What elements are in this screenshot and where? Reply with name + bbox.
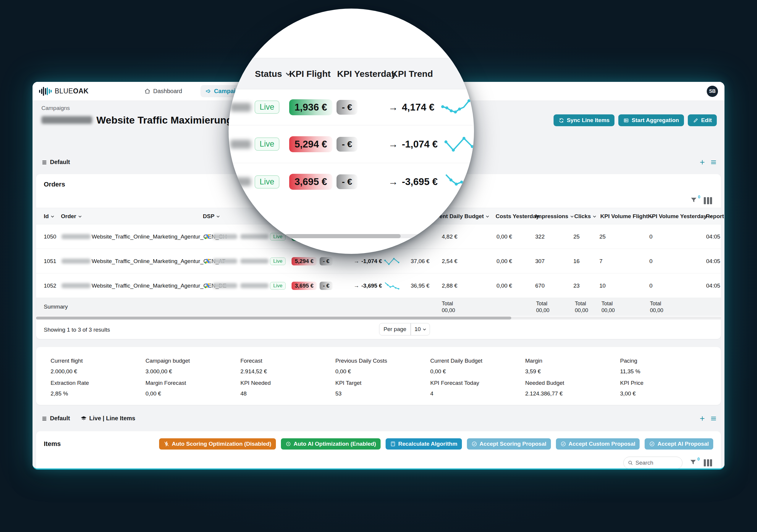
orders-table-tools: 0: [690, 196, 712, 205]
chevron-down-icon: [423, 328, 426, 330]
header-actions: Sync Line Items Start Aggregation Edit: [554, 114, 717, 126]
cell-status: Live: [270, 249, 286, 273]
cell-kpi-volume-yesterday: 0: [650, 249, 652, 273]
stat-column: Pacing 11,35 % KPI Price 3,00 €: [620, 358, 715, 397]
filter-funnel-icon[interactable]: 0: [690, 459, 697, 467]
orders-title: Orders: [44, 181, 65, 188]
user-avatar[interactable]: SB: [707, 86, 718, 97]
stat-label: KPI Target: [335, 380, 430, 386]
stat-value: 2.000,00 €: [50, 368, 145, 375]
items-title: Items: [44, 440, 61, 448]
stat-label: Previous Daily Costs: [335, 358, 430, 364]
add-view-icon[interactable]: [699, 415, 706, 422]
cell-kpi-volume-flight: 7: [599, 249, 603, 273]
logo-text: BLUEOAK: [55, 87, 89, 95]
stat-label: Forecast: [240, 358, 335, 364]
breadcrumb[interactable]: Campaigns: [42, 105, 70, 111]
button-label: Accept Custom Proposal: [569, 441, 635, 447]
stat-value: 0,00 €: [145, 390, 240, 397]
stat-column: Margin 3,59 € Needed Budget 2.124.386,77…: [525, 358, 620, 397]
orders-col-impressions[interactable]: Impressions: [535, 208, 574, 224]
auto-ai-optimization-button[interactable]: Auto AI Optimization (Enabled): [281, 438, 380, 450]
view-list-icon[interactable]: [710, 415, 717, 422]
view-list-icon[interactable]: [710, 159, 717, 165]
items-card: Items Auto Scoring Optimization (Disable…: [36, 431, 721, 470]
cell-impressions: 322: [535, 224, 545, 249]
orders-col-id[interactable]: Id: [44, 208, 54, 224]
orders-col-report[interactable]: Report: [706, 208, 724, 224]
stat-label: Margin Forecast: [145, 380, 240, 386]
blueoak-logo[interactable]: BLUEOAK: [39, 86, 128, 96]
accept-custom-proposal-button[interactable]: Accept Custom Proposal: [556, 438, 640, 450]
accept-scoring-proposal-button[interactable]: Accept Scoring Proposal: [467, 438, 551, 450]
trend-arrow-icon: →: [388, 139, 398, 150]
campaign-stats-card: Current flight 2.000,00 € Extraction Rat…: [36, 347, 721, 405]
add-view-icon[interactable]: [699, 159, 706, 165]
view-tab-default[interactable]: Default: [42, 415, 70, 422]
redacted-order-prefix: [62, 224, 90, 249]
flash-off-icon: [164, 441, 169, 447]
order-row-1051[interactable]: 1051 Website_Traffic_Online_Marketing_Ag…: [36, 249, 721, 273]
button-label: Auto Scoring Optimization (Disabled): [172, 441, 271, 447]
magnified-row: Live 3,695 € - € →-3,695 €: [228, 163, 474, 200]
auto-scoring-optimization-button[interactable]: Auto Scoring Optimization (Disabled): [159, 438, 276, 450]
orders-col-costs-yesterday[interactable]: Costs Yesterday: [496, 208, 539, 224]
items-search[interactable]: [623, 457, 682, 469]
button-label: Auto AI Optimization (Enabled): [294, 441, 376, 447]
horizontal-scrollbar-track[interactable]: [36, 316, 721, 319]
stat-value: 2.914,52 €: [240, 368, 335, 375]
stat-value: 3,59 €: [525, 368, 620, 375]
magnified-table-header: Status KPI Flight KPI Yesterday KPI Tren…: [228, 58, 474, 89]
sync-line-items-button[interactable]: Sync Line Items: [554, 114, 615, 126]
cell-dsp: [204, 224, 268, 249]
cell-id: 1051: [44, 249, 56, 273]
button-label: Sync Line Items: [567, 117, 610, 124]
filter-count-badge: 0: [697, 457, 700, 461]
trend-arrow-icon: →: [388, 176, 398, 187]
summary-label: Summary: [44, 304, 68, 310]
columns-icon[interactable]: [704, 459, 712, 466]
orders-col-kpi-volume-yesterday[interactable]: KPI Volume Yesterday: [648, 208, 712, 224]
accept-ai-proposal-button[interactable]: Accept AI Proposal: [645, 438, 713, 450]
magnified-kpi-trend: →4,174 €: [388, 89, 471, 125]
per-page-label: Per page: [379, 326, 410, 333]
recalculate-algorithm-button[interactable]: Recalculate Algorithm: [386, 438, 462, 450]
items-table-tools: 0: [623, 457, 712, 469]
search-input[interactable]: [635, 459, 674, 466]
cell-report: 04:05: [706, 249, 720, 273]
cell-impressions: 307: [535, 249, 545, 273]
cell-daily-budget: 2,54 €: [442, 249, 457, 273]
hamburger-icon: [42, 416, 47, 422]
cell-kpi-trend: →-3,695 €: [354, 273, 400, 298]
items-view-tabs: Default Live | Line Items: [42, 415, 717, 422]
order-row-1052[interactable]: 1052 Website_Traffic_Online_Marketing_Ag…: [36, 273, 721, 298]
start-aggregation-button[interactable]: Start Aggregation: [618, 114, 684, 126]
redacted-order-prefix: [62, 273, 90, 298]
orders-col-clicks[interactable]: Clicks: [574, 208, 596, 224]
items-header: Items Auto Scoring Optimization (Disable…: [44, 438, 713, 450]
calculator-icon: [390, 441, 396, 447]
stat-label: Current Daily Budget: [430, 358, 525, 364]
cell-kpi-flight: 5,294 €: [291, 249, 317, 273]
columns-icon[interactable]: [704, 197, 712, 204]
orders-col-kpi-volume-flight[interactable]: KPI Volume Flight: [600, 208, 653, 224]
edit-button[interactable]: Edit: [688, 114, 717, 126]
view-tab-label: Default: [50, 415, 70, 422]
cell-costs-yesterday: 0,00 €: [497, 224, 512, 249]
nav-item-label: Dashboard: [153, 88, 182, 95]
stat-value: 3,00 €: [620, 390, 715, 397]
kpi-trend-sparkline: [384, 257, 400, 266]
per-page-select[interactable]: Per page 10: [379, 323, 430, 336]
filter-count-badge: 0: [698, 194, 700, 199]
stats-grid: Current flight 2.000,00 € Extraction Rat…: [50, 358, 715, 397]
view-tab-live-line-items[interactable]: Live | Line Items: [81, 415, 136, 422]
view-tab-default[interactable]: Default: [42, 159, 70, 165]
cell-dsp: [204, 249, 268, 273]
stat-value: 2.124.386,77 €: [525, 390, 620, 397]
horizontal-scrollbar-thumb[interactable]: [36, 316, 511, 319]
orders-col-dsp[interactable]: DSP: [203, 208, 220, 224]
filter-funnel-icon[interactable]: 0: [690, 196, 697, 205]
orders-col-order[interactable]: Order: [61, 208, 82, 224]
nav-item-dashboard[interactable]: Dashboard: [139, 85, 187, 97]
soundwave-logo-icon: [39, 86, 52, 96]
